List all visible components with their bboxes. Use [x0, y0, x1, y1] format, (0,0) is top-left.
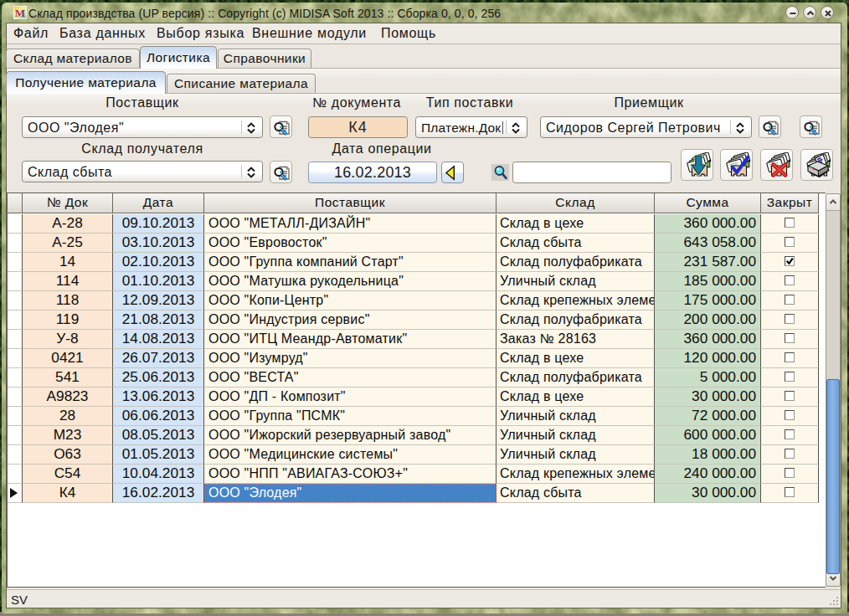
- svg-text:M: M: [15, 7, 25, 19]
